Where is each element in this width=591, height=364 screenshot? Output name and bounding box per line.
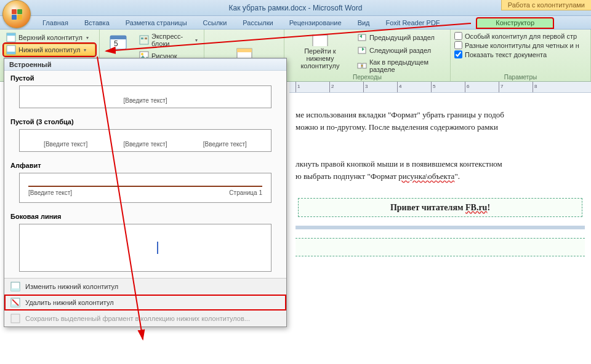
svg-rect-7 [140,36,148,44]
link-previous-label: Как в предыдущем разделе [369,58,444,73]
svg-rect-8 [141,38,143,39]
page-separator [296,226,585,229]
footer-text-error: FB.ru [465,203,487,212]
prev-section-label: Предыдущий раздел [369,34,435,41]
sideline-bar-icon [157,242,158,254]
options-group-label: Параметры [451,74,590,81]
body-text: ". [454,172,460,181]
chevron-down-icon: ▾ [84,47,86,53]
footer-icon [6,45,16,55]
office-button[interactable] [2,0,31,28]
quick-parts-label: Экспресс-блоки [151,33,191,47]
save-selection-label: Сохранить выделенный фрагмент в коллекци… [25,315,250,322]
placeholder-text: [Введите текст] [203,141,247,148]
gallery-footer-menu: Изменить нижний колонтитул Удалить нижни… [4,278,286,326]
different-odd-even-checkbox[interactable]: Разные колонтитулы для четных и н [454,41,587,50]
tab-designer[interactable]: Конструктор [476,17,554,29]
tab-page-layout[interactable]: Разметка страницы [118,17,195,29]
contextual-tab-group: Работа с колонтитулами [501,0,591,10]
svg-rect-3 [7,52,15,54]
tab-review[interactable]: Рецензирование [281,17,350,29]
show-document-label: Показать текст документа [465,51,547,58]
header-icon [6,33,16,42]
gallery-item-blank3[interactable]: [Введите текст] [Введите текст] [Введите… [19,129,271,152]
tab-references[interactable]: Ссылки [195,17,235,29]
ruler-tick: 6 [467,84,469,89]
body-text-error: рисунка\объекта [398,172,454,181]
checkbox-icon[interactable] [454,32,462,40]
quick-parts-icon [139,35,149,45]
gallery-item-sideline[interactable] [19,224,271,272]
save-selection-menuitem: Сохранить выделенный фрагмент в коллекци… [4,311,286,326]
tab-insert[interactable]: Вставка [76,17,118,29]
link-previous-button[interactable]: Как в предыдущем разделе [355,57,446,74]
goto-footer-button[interactable]: Перейти к нижнему колонтитулу [288,31,352,71]
previous-section-button[interactable]: Предыдущий раздел [355,31,446,44]
gallery-item-sideline-label: Боковая линия [4,209,286,221]
gallery-item-blank[interactable]: [Введите текст] [19,85,271,108]
goto-footer-icon [310,33,330,46]
footer-label: Нижний колонтитул [18,46,80,53]
header-dropdown[interactable]: Верхний колонтитул ▾ [4,31,95,44]
next-section-button[interactable]: Следующий раздел [355,44,446,57]
footer-dropdown[interactable]: Нижний колонтитул ▾ [4,44,95,56]
ribbon-group-options: Особый колонтитул для первой стр Разные … [451,30,591,81]
remove-footer-icon [10,298,20,307]
ruler-tick: 2 [331,84,334,89]
ruler-tick: 1 [297,84,300,89]
ribbon-group-transitions: Перейти к нижнему колонтитулу Предыдущий… [284,30,451,81]
edit-footer-menuitem[interactable]: Изменить нижний колонтитул [4,279,286,295]
svg-rect-25 [11,314,20,323]
different-oddeven-label: Разные колонтитулы для четных и н [465,42,579,49]
goto-footer-label: Перейти к нижнему колонтитулу [293,47,347,69]
horizontal-ruler[interactable]: 1 2 3 4 5 6 7 8 [289,82,591,93]
svg-rect-9 [145,38,147,39]
link-previous-icon [357,61,367,71]
footer-gallery-dropdown: Встроенный Пустой [Введите текст] Пустой… [4,58,287,327]
save-selection-icon [10,314,20,323]
tab-home[interactable]: Главная [34,17,76,29]
header-label: Верхний колонтитул [18,34,82,41]
svg-rect-21 [11,288,20,291]
show-document-text-checkbox[interactable]: Показать текст документа [454,50,587,59]
next-section-label: Следующий раздел [369,47,431,54]
footer-text: ! [487,203,490,212]
gallery-item-blank-label: Пустой [4,71,286,83]
tab-foxit[interactable]: Foxit Reader PDF [378,17,448,29]
ribbon-tabs: Главная Вставка Разметка страницы Ссылки… [0,16,591,30]
edit-footer-label: Изменить нижний колонтитул [25,283,118,290]
checkbox-icon[interactable] [454,41,462,49]
svg-rect-18 [358,63,361,68]
document-body[interactable]: ме использования вкладки "Формат" убрать… [289,93,591,263]
svg-text:5: 5 [114,39,118,48]
svg-rect-14 [313,35,328,46]
svg-point-11 [141,53,143,55]
body-text: лкнуть правой кнопкой мыши и в появившем… [296,159,502,168]
page-header-region[interactable] [296,238,585,256]
tab-view[interactable]: Вид [350,17,378,29]
checkbox-icon[interactable] [454,50,462,58]
page-footer-region[interactable]: Привет читателям FB.ru! [298,198,582,218]
chevron-down-icon: ▾ [86,35,89,41]
tab-mailings[interactable]: Рассылки [235,17,281,29]
remove-footer-menuitem[interactable]: Удалить нижний колонтитул [4,295,286,311]
svg-rect-19 [363,63,366,68]
edit-footer-icon [10,282,20,291]
prev-section-icon [357,33,367,42]
remove-footer-label: Удалить нижний колонтитул [25,299,114,306]
body-text: ме использования вкладки "Формат" убрать… [296,110,504,119]
gallery-header-builtin: Встроенный [4,58,286,71]
quick-parts-dropdown[interactable]: Экспресс-блоки ▾ [137,31,200,49]
title-bar: Как убрать рамки.docx - Microsoft Word Р… [0,0,591,16]
placeholder-text: [Введите текст] [123,97,167,104]
footer-text: Привет читателям [390,203,465,212]
different-first-page-checkbox[interactable]: Особый колонтитул для первой стр [454,31,587,41]
gallery-item-alphabet-label: Алфавит [4,158,286,170]
document-area: 1 2 3 4 5 6 7 8 ме использования вкладки… [289,82,591,364]
calendar-icon: 5 [108,33,128,52]
transitions-group-label: Переходы [284,74,450,81]
gallery-item-blank3-label: Пустой (3 столбца) [4,114,286,127]
body-text: можно и по-другому. После выделения соде… [296,122,498,132]
next-section-icon [357,46,367,55]
gallery-item-alphabet[interactable]: [Введите текст] Страница 1 [19,173,271,203]
